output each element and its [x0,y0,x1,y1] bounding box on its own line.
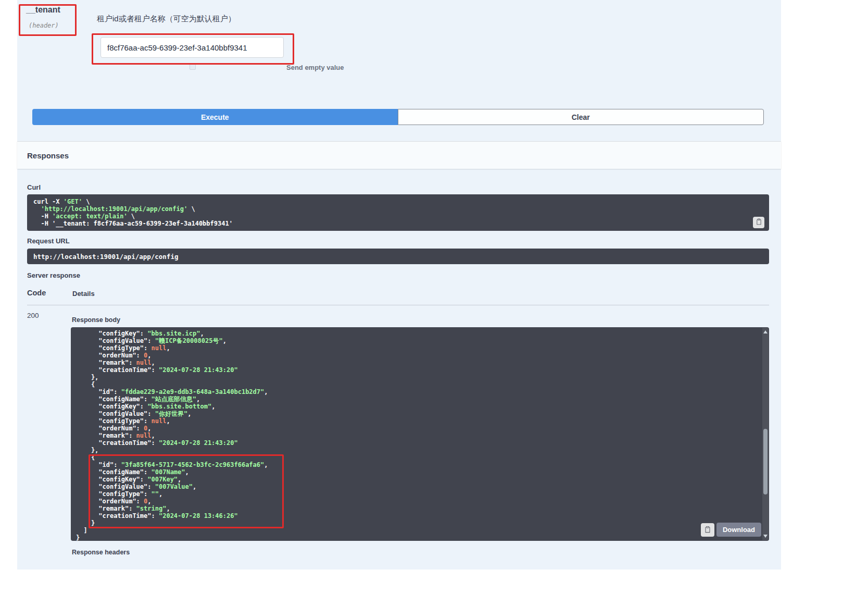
scrollbar-up-icon[interactable] [763,329,768,335]
server-response-label: Server response [27,271,80,279]
operation-block: __tenant (header) 租户id或者租户名称（可空为默认租户） Se… [17,0,781,570]
curl-label: Curl [27,183,41,191]
response-headers-label: Response headers [72,549,130,556]
scrollbar-thumb[interactable] [763,429,768,494]
send-empty-label: Send empty value [286,64,344,71]
curl-code: curl -X 'GET' \ 'http://localhost:19001/… [27,194,769,231]
execute-row: Execute Clear [32,109,764,125]
tenant-input[interactable] [100,37,284,58]
execute-button[interactable]: Execute [32,109,398,125]
request-url-value: http://localhost:19001/api/app/config [27,249,769,265]
status-code: 200 [27,312,39,319]
request-url-block: http://localhost:19001/api/app/config [27,249,769,264]
response-body-scrollbar[interactable] [762,328,769,540]
clear-button[interactable]: Clear [398,109,764,125]
scrollbar-down-icon[interactable] [763,534,768,539]
response-body-code: "configKey": "bbs.site.icp", "configValu… [71,327,769,541]
download-button[interactable]: Download [716,523,761,537]
request-url-label: Request URL [27,237,70,245]
details-column-header: Details [72,290,95,298]
table-divider [27,305,769,305]
parameter-location: (header) [29,22,59,29]
curl-block: curl -X 'GET' \ 'http://localhost:19001/… [27,194,769,231]
curl-copy-button[interactable] [753,217,764,228]
copy-icon [756,218,762,227]
response-body-label: Response body [72,316,120,324]
send-empty-checkbox[interactable] [190,64,196,70]
response-copy-button[interactable] [701,523,714,537]
parameter-name: __tenant [26,5,60,15]
response-body-block: "configKey": "bbs.site.icp", "configValu… [71,327,769,541]
responses-section-header: Responses [17,141,781,169]
copy-icon [704,526,711,535]
responses-title: Responses [27,151,69,160]
code-column-header: Code [27,289,46,297]
parameter-description: 租户id或者租户名称（可空为默认租户） [97,14,236,24]
